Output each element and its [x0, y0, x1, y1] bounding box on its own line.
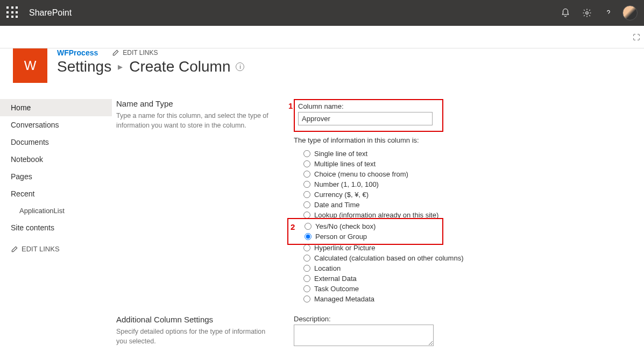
column-type-radio[interactable]: [305, 223, 312, 230]
section-title-additional: Additional Column Settings: [116, 315, 278, 324]
description-textarea[interactable]: [294, 325, 434, 346]
column-type-radio[interactable]: [303, 275, 310, 282]
column-type-date[interactable]: Date and Time: [303, 200, 644, 210]
column-type-label: Date and Time: [314, 201, 360, 209]
chevron-right-icon: ▸: [118, 61, 123, 73]
column-type-calculated[interactable]: Calculated (calculation based on other c…: [303, 253, 644, 263]
ribbon-bar: [0, 26, 644, 48]
section-desc-additional: Specify detailed options for the type of…: [116, 327, 278, 346]
nav-item-home[interactable]: Home: [0, 99, 112, 116]
column-name-label: Column name:: [298, 102, 439, 110]
app-name[interactable]: SharePoint: [29, 8, 72, 18]
column-type-task[interactable]: Task Outcome: [303, 284, 644, 294]
column-type-radio[interactable]: [303, 191, 310, 198]
column-type-label: Hyperlink or Picture: [314, 244, 375, 252]
callout-1: 1 Column name:: [294, 99, 443, 132]
column-type-radio[interactable]: [303, 181, 310, 188]
column-type-radio[interactable]: [303, 285, 310, 292]
callout-2: 2Yes/No (check box)Person or Group: [287, 218, 443, 245]
breadcrumb-create-column: Create Column: [129, 58, 230, 75]
breadcrumb: Settings ▸ Create Column i: [57, 58, 244, 75]
notifications-icon[interactable]: [555, 0, 576, 26]
column-type-label: Location: [314, 264, 341, 272]
help-icon[interactable]: [598, 0, 619, 26]
column-type-number[interactable]: Number (1, 1.0, 100): [303, 179, 644, 189]
column-type-radio[interactable]: [303, 201, 310, 208]
edit-links-label: EDIT LINKS: [123, 49, 158, 57]
column-type-radio[interactable]: [303, 150, 310, 157]
column-type-external[interactable]: External Data: [303, 273, 644, 284]
column-type-label: Managed Metadata: [314, 295, 374, 303]
main-content: Name and Type Type a name for this colum…: [112, 93, 644, 359]
type-info-label: The type of information in this column i…: [294, 136, 644, 144]
column-type-person[interactable]: Person or Group: [292, 231, 439, 242]
column-type-label: Multiple lines of text: [314, 160, 376, 168]
column-type-currency[interactable]: Currency ($, ¥, €): [303, 189, 644, 200]
column-type-radio[interactable]: [303, 255, 310, 262]
callout-num-1: 1: [288, 101, 293, 110]
column-type-radio[interactable]: [305, 233, 312, 240]
column-type-radio[interactable]: [303, 295, 310, 302]
column-type-radio[interactable]: [303, 160, 310, 167]
column-type-radio[interactable]: [303, 244, 310, 251]
nav-item-applicationlist[interactable]: ApplicationList: [0, 202, 112, 219]
column-type-label: Task Outcome: [314, 285, 359, 293]
column-type-label: External Data: [314, 274, 357, 283]
nav-item-notebook[interactable]: Notebook: [0, 151, 112, 168]
column-type-location[interactable]: Location: [303, 263, 644, 273]
nav-item-site-contents[interactable]: Site contents: [0, 219, 112, 236]
column-type-label: Person or Group: [315, 233, 367, 241]
quick-launch: HomeConversationsDocumentsNotebookPagesR…: [0, 93, 112, 359]
nav-item-pages[interactable]: Pages: [0, 168, 112, 185]
column-type-choice[interactable]: Choice (menu to choose from): [303, 169, 644, 179]
suite-nav: SharePoint: [0, 0, 644, 26]
column-name-input[interactable]: [298, 112, 433, 125]
callout-num-2: 2: [291, 222, 295, 231]
nav-item-recent[interactable]: Recent: [0, 185, 112, 202]
description-label: Description:: [294, 315, 644, 323]
column-type-label: Currency ($, ¥, €): [314, 191, 369, 199]
edit-links-side[interactable]: EDIT LINKS: [0, 236, 112, 262]
column-type-yes/no[interactable]: Yes/No (check box): [292, 221, 439, 231]
column-type-label: Single line of text: [314, 150, 367, 158]
site-logo[interactable]: W: [13, 48, 47, 83]
edit-links-top[interactable]: EDIT LINKS: [112, 49, 158, 57]
column-type-label: Number (1, 1.0, 100): [314, 180, 379, 188]
avatar[interactable]: [622, 5, 638, 20]
nav-item-conversations[interactable]: Conversations: [0, 116, 112, 133]
site-header: W WFProcess EDIT LINKS Settings ▸ Create…: [0, 48, 644, 86]
site-link[interactable]: WFProcess: [57, 48, 98, 57]
waffle-icon[interactable]: [6, 6, 19, 19]
column-type-label: Yes/No (check box): [315, 222, 376, 230]
nav-item-documents[interactable]: Documents: [0, 133, 112, 151]
info-icon[interactable]: i: [236, 62, 244, 71]
focus-mode-icon[interactable]: [632, 33, 641, 41]
column-type-managed[interactable]: Managed Metadata: [303, 294, 644, 304]
column-type-label: Calculated (calculation based on other c…: [314, 254, 464, 262]
column-type-single[interactable]: Single line of text: [303, 149, 644, 159]
edit-links-side-label: EDIT LINKS: [22, 245, 60, 253]
column-type-multiple[interactable]: Multiple lines of text: [303, 159, 644, 169]
section-title-name-type: Name and Type: [116, 99, 278, 108]
breadcrumb-settings[interactable]: Settings: [57, 58, 111, 75]
gear-icon[interactable]: [576, 0, 598, 26]
column-type-label: Choice (menu to choose from): [314, 170, 408, 178]
section-desc-name-type: Type a name for this column, and select …: [116, 111, 278, 130]
column-type-radio[interactable]: [303, 171, 310, 178]
svg-point-0: [586, 12, 589, 15]
column-type-radio[interactable]: [303, 265, 310, 272]
